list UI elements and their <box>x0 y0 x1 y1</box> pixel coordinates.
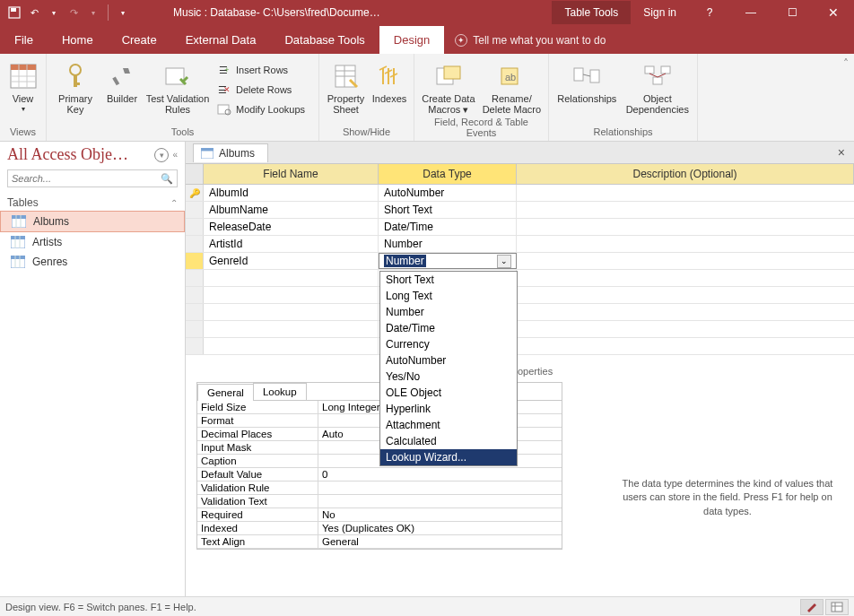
field-name-cell[interactable]: AlbumId <box>204 185 379 201</box>
dropdown-option[interactable]: Calculated <box>380 433 517 449</box>
field-name-cell[interactable]: AlbumName <box>204 202 379 218</box>
property-sheet-button[interactable]: Property Sheet <box>325 57 367 115</box>
design-row[interactable]: AlbumName Short Text <box>186 202 854 219</box>
design-row-empty[interactable] <box>186 304 854 321</box>
dropdown-option[interactable]: Short Text <box>380 272 517 288</box>
property-row[interactable]: RequiredNo <box>197 508 562 522</box>
insert-rows-button[interactable]: ☰+Insert Rows <box>214 61 309 79</box>
nav-item-artists[interactable]: Artists <box>0 232 185 252</box>
tab-database-tools[interactable]: Database Tools <box>270 26 379 54</box>
row-selector[interactable] <box>186 253 204 269</box>
dropdown-option[interactable]: Hyperlink <box>380 401 517 417</box>
dropdown-option[interactable]: OLE Object <box>380 385 517 401</box>
document-tab-albums[interactable]: Albums <box>193 143 268 162</box>
property-row[interactable]: Validation Rule <box>197 482 562 495</box>
dropdown-option[interactable]: Date/Time <box>380 320 517 336</box>
delete-rows-button[interactable]: ☰✕Delete Rows <box>214 81 309 99</box>
property-value[interactable] <box>318 495 562 508</box>
design-row-empty[interactable] <box>186 338 854 355</box>
dropdown-option[interactable]: Long Text <box>380 288 517 304</box>
primary-key-button[interactable]: Primary Key <box>52 57 99 115</box>
test-validation-button[interactable]: Test Validation Rules <box>145 57 210 115</box>
design-row[interactable]: 🔑 AlbumId AutoNumber <box>186 185 854 202</box>
tab-home[interactable]: Home <box>48 26 108 54</box>
row-selector[interactable] <box>186 219 204 235</box>
collapse-group-icon[interactable]: ⌃ <box>170 198 178 208</box>
save-icon[interactable] <box>7 5 22 20</box>
navpane-title[interactable]: All Access Obje… <box>7 145 154 164</box>
description-cell[interactable] <box>517 253 854 269</box>
dropdown-option[interactable]: Yes/No <box>380 369 517 385</box>
dropdown-option[interactable]: AutoNumber <box>380 352 517 369</box>
field-name-cell[interactable]: ReleaseDate <box>204 219 379 235</box>
collapse-ribbon-icon[interactable]: ˄ <box>838 54 854 141</box>
data-type-cell[interactable]: Date/Time <box>379 219 517 235</box>
search-icon[interactable]: 🔍 <box>161 173 173 185</box>
property-value[interactable]: Yes (Duplicates OK) <box>318 522 562 534</box>
tab-create[interactable]: Create <box>108 26 171 54</box>
prop-tab-general[interactable]: General <box>197 384 254 401</box>
col-header-datatype[interactable]: Data Type <box>379 164 517 184</box>
maximize-button[interactable]: ☐ <box>771 0 813 25</box>
design-row[interactable]: ReleaseDate Date/Time <box>186 219 854 236</box>
col-header-fieldname[interactable]: Field Name <box>204 164 379 184</box>
modify-lookups-button[interactable]: Modify Lookups <box>214 100 309 118</box>
builder-button[interactable]: Builder <box>102 57 142 104</box>
object-dependencies-button[interactable]: Object Dependencies <box>623 57 692 115</box>
row-selector[interactable] <box>186 236 204 252</box>
col-header-description[interactable]: Description (Optional) <box>517 164 854 184</box>
row-selector[interactable]: 🔑 <box>186 185 204 201</box>
search-input[interactable] <box>12 173 161 184</box>
dropdown-option[interactable]: Currency <box>380 336 517 352</box>
row-selector[interactable] <box>186 202 204 218</box>
data-type-cell-active[interactable]: Number ⌄ <box>379 253 517 269</box>
field-name-cell[interactable]: GenreId <box>204 253 379 269</box>
row-selector-header[interactable] <box>186 164 204 184</box>
chevron-down-icon[interactable]: ▾ <box>86 5 100 20</box>
property-row[interactable]: Default Value0 <box>197 468 562 482</box>
dropdown-option-highlighted[interactable]: Lookup Wizard... <box>380 449 517 465</box>
view-datasheet-button[interactable] <box>825 599 849 615</box>
create-data-macros-button[interactable]: Create Data Macros ▾ <box>420 57 477 115</box>
description-cell[interactable] <box>517 236 854 252</box>
design-row-empty[interactable] <box>186 287 854 304</box>
property-value[interactable]: No <box>318 508 562 521</box>
nav-item-albums[interactable]: Albums <box>0 211 185 232</box>
indexes-button[interactable]: Indexes <box>370 57 408 104</box>
property-value[interactable] <box>318 482 562 494</box>
design-row-empty[interactable] <box>186 270 854 287</box>
prop-tab-lookup[interactable]: Lookup <box>253 383 307 400</box>
undo-icon[interactable]: ↶ <box>27 5 41 20</box>
description-cell[interactable] <box>517 219 854 235</box>
description-cell[interactable] <box>517 185 854 201</box>
tab-file[interactable]: File <box>0 26 48 54</box>
close-button[interactable]: ✕ <box>813 0 854 25</box>
design-row-active[interactable]: GenreId Number ⌄ <box>186 253 854 270</box>
tell-me-search[interactable]: ✦Tell me what you want to do <box>444 27 616 54</box>
data-type-cell[interactable]: Short Text <box>379 202 517 218</box>
dropdown-option[interactable]: Attachment <box>380 417 517 433</box>
property-row[interactable]: IndexedYes (Duplicates OK) <box>197 522 562 535</box>
data-type-cell[interactable]: AutoNumber <box>379 185 517 201</box>
view-design-button[interactable] <box>800 599 824 615</box>
minimize-button[interactable]: — <box>730 0 771 25</box>
redo-icon[interactable]: ↷ <box>66 5 81 20</box>
property-row[interactable]: Validation Text <box>197 495 562 508</box>
tab-external-data[interactable]: External Data <box>171 26 271 54</box>
nav-search[interactable]: 🔍 <box>7 169 178 187</box>
navpane-collapse-icon[interactable]: « <box>172 150 178 160</box>
close-document-icon[interactable]: × <box>832 145 850 160</box>
design-row[interactable]: ArtistId Number <box>186 236 854 253</box>
view-button[interactable]: View▾ <box>5 57 40 114</box>
data-type-cell[interactable]: Number <box>379 236 517 252</box>
dropdown-option[interactable]: Number <box>380 304 517 320</box>
chevron-down-icon[interactable]: ▾ <box>47 5 61 20</box>
property-value[interactable]: General <box>318 535 562 548</box>
field-name-cell[interactable]: ArtistId <box>204 236 379 252</box>
property-row[interactable]: Text AlignGeneral <box>197 535 562 549</box>
nav-group-tables[interactable]: Tables ⌃ <box>0 193 185 211</box>
qat-customize-icon[interactable]: ▾ <box>116 5 130 20</box>
relationships-button[interactable]: Relationships <box>554 57 620 104</box>
property-value[interactable]: 0 <box>318 468 562 481</box>
navpane-menu-icon[interactable]: ▾ <box>154 148 169 162</box>
